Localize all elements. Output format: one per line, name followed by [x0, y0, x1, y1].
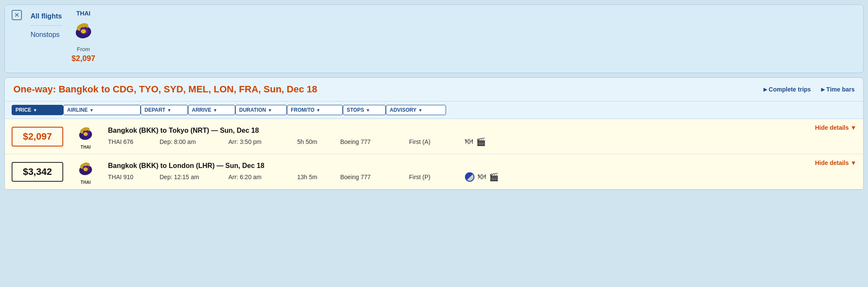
col-depart-btn[interactable]: DEPART▼ [141, 105, 188, 115]
svg-point-13 [83, 168, 88, 171]
hide-details-btn-1[interactable]: Hide details ▼ [815, 124, 856, 131]
flight-airline-logo-1: THAI [68, 123, 103, 150]
flight-price-box-1[interactable]: $2,097 [12, 127, 63, 147]
flight-route-2: Bangkok (BKK) to London (LHR) — Sun, Dec… [108, 162, 265, 170]
col-price-btn[interactable]: PRICE▼ [12, 105, 63, 115]
flight-aircraft-2: Boeing 777 [340, 174, 409, 180]
entertainment-icon-2: 🎬 [489, 172, 499, 182]
hide-details-btn-2[interactable]: Hide details ▼ [815, 159, 856, 166]
flight-duration-1: 5h 50m [297, 138, 340, 145]
col-airline-btn[interactable]: AIRLINE▼ [63, 105, 141, 115]
flight-details-2: Bangkok (BKK) to London (LHR) — Sun, Dec… [108, 162, 856, 182]
route-title: One-way: Bangkok to CDG, TYO, SYD, MEL, … [13, 84, 317, 95]
flight-route-1: Bangkok (BKK) to Tokyo (NRT) — Sun, Dec … [108, 127, 259, 134]
flight-duration-2: 13h 5m [297, 174, 340, 180]
col-arrive-btn[interactable]: ARRIVE▼ [188, 105, 235, 115]
column-headers: PRICE▼ AIRLINE▼ DEPART▼ ARRIVE▼ DURATION… [5, 101, 863, 119]
col-duration-btn[interactable]: DURATION▼ [235, 105, 287, 115]
time-bars-link[interactable]: Time bars [821, 86, 855, 93]
flight-depart-2: Dep: 12:15 am [160, 174, 228, 180]
flight-info-row-2: THAI 910 Dep: 12:15 am Arr: 6:20 am 13h … [108, 172, 856, 182]
flight-cabin-2: First (P) [409, 174, 465, 180]
col-stops-btn[interactable]: STOPS▼ [343, 105, 386, 115]
meal-icon: 🍽 [465, 137, 473, 146]
airline-card[interactable]: THAI From $2,097 [71, 10, 96, 63]
thai-small-logo-icon-2 [75, 159, 96, 180]
results-panel: One-way: Bangkok to CDG, TYO, SYD, MEL, … [4, 77, 864, 190]
flight-arrive-1: Arr: 3:50 pm [228, 138, 297, 145]
airline-name: THAI [77, 10, 91, 17]
flight-airline-name-2: THAI [80, 180, 90, 185]
svg-point-4 [81, 23, 86, 27]
flight-cabin-1: First (A) [409, 138, 465, 145]
airline-price: $2,097 [71, 54, 95, 63]
flight-arrive-2: Arr: 6:20 am [228, 174, 297, 180]
thai-logo-icon [71, 18, 96, 44]
flight-airline-logo-2: THAI [68, 159, 103, 185]
flight-depart-1: Dep: 8:00 am [160, 138, 228, 145]
complete-trips-link[interactable]: Complete trips [763, 86, 811, 93]
filter-panel: ✕ All flights Nonstops THAI From $2,097 [4, 4, 864, 73]
filter-options: All flights Nonstops [31, 10, 62, 40]
stop-amenity-row-2: 🍽 🎬 [465, 172, 499, 182]
flight-price-2: $3,342 [23, 166, 52, 177]
flight-number-1: THAI 676 [108, 138, 160, 145]
flight-row-2: $3,342 THAI Bangkok (BKK) to London (LHR… [5, 154, 863, 189]
svg-point-14 [84, 162, 87, 166]
all-flights-option[interactable]: All flights [31, 12, 62, 21]
col-fromto-btn[interactable]: FROM/TO▼ [287, 105, 343, 115]
svg-point-3 [81, 29, 86, 34]
flight-price-1: $2,097 [23, 131, 52, 142]
entertainment-icon: 🎬 [476, 137, 486, 147]
results-header: One-way: Bangkok to CDG, TYO, SYD, MEL, … [5, 78, 863, 101]
svg-point-9 [84, 127, 87, 131]
svg-point-8 [83, 132, 88, 136]
meal-icon-2: 🍽 [478, 172, 486, 181]
amenity-icons-2: 🍽 🎬 [478, 172, 499, 182]
thai-small-logo-icon-1 [75, 123, 96, 145]
flight-airline-name-1: THAI [80, 145, 90, 150]
from-label: From [77, 46, 90, 52]
nonstops-option[interactable]: Nonstops [31, 30, 62, 40]
header-links: Complete trips Time bars [763, 86, 855, 93]
stop-indicator-icon [465, 172, 474, 182]
close-button[interactable]: ✕ [12, 10, 22, 20]
flight-aircraft-1: Boeing 777 [340, 138, 409, 145]
flight-price-box-2[interactable]: $3,342 [12, 162, 63, 182]
amenity-icons-1: 🍽 🎬 [465, 137, 499, 147]
flight-row: $2,097 THAI Bangkok (BKK) to Tokyo (NRT)… [5, 119, 863, 154]
flight-details-1: Bangkok (BKK) to Tokyo (NRT) — Sun, Dec … [108, 127, 856, 147]
flight-info-row-1: THAI 676 Dep: 8:00 am Arr: 3:50 pm 5h 50… [108, 137, 856, 147]
col-advisory-btn[interactable]: ADVISORY▼ [386, 105, 446, 115]
flight-number-2: THAI 910 [108, 174, 160, 180]
